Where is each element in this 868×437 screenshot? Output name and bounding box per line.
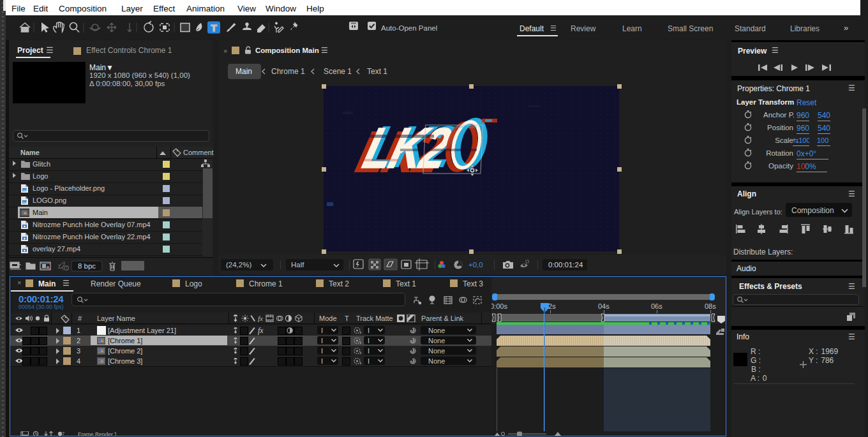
svg-text:Frame Render Time: 28ms: Frame Render Time: 28ms <box>78 431 116 436</box>
svg-text:T: T <box>211 22 216 33</box>
svg-text:8 bpc: 8 bpc <box>78 262 96 270</box>
svg-text:fx: fx <box>258 315 263 322</box>
